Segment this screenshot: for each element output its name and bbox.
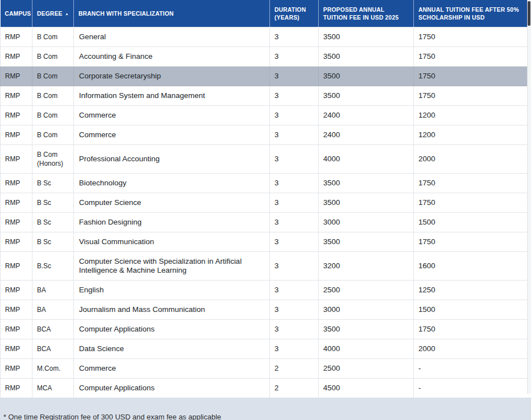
table-row[interactable]: RMPB ScComputer Science335001750	[1, 193, 531, 212]
table-cell: 1750	[414, 27, 531, 46]
table-cell: Journalism and Mass Communication	[74, 300, 270, 319]
table-row[interactable]: RMPB ScFashion Designing330001500	[1, 212, 531, 232]
scrollbar-thumb[interactable]	[528, 1, 530, 26]
table-cell: 3500	[319, 46, 414, 66]
table-cell: Computer Applications	[74, 378, 270, 398]
table-cell: 4500	[319, 378, 414, 398]
column-header-scholarship-fee[interactable]: ANNUAL TUITION FEE AFTER 50% SCHOLARSHIP…	[414, 0, 531, 27]
table-row[interactable]: RMPB.ScComputer Science with Specializat…	[1, 251, 531, 280]
table-cell: 1200	[414, 105, 531, 125]
column-header-proposed-fee[interactable]: PROPOSED ANNUAL TUITION FEE IN USD 2025	[319, 0, 414, 27]
table-cell: BA	[32, 300, 74, 319]
table-row[interactable]: RMPBAEnglish325001250	[1, 280, 531, 300]
table-cell: 2400	[319, 105, 414, 125]
table-row[interactable]: RMPB ComCorporate Secretaryship335001750	[1, 66, 531, 86]
table-cell: RMP	[1, 212, 32, 232]
table-cell: 1250	[414, 280, 531, 300]
table-row[interactable]: RMPM.Com.Commerce22500-	[1, 358, 531, 378]
table-cell: -	[414, 378, 531, 398]
table-cell: Commerce	[74, 358, 270, 378]
table-row[interactable]: RMPB ComGeneral335001750	[1, 27, 531, 46]
table-cell: 2400	[319, 125, 414, 144]
table-row[interactable]: RMPB ScBiotechnology335001750	[1, 173, 531, 193]
table-cell: 3500	[319, 193, 414, 212]
column-header-degree[interactable]: ▲ DEGREE	[32, 0, 74, 27]
table-cell: Professional Accounting	[74, 144, 270, 173]
table-cell: B Com	[32, 105, 74, 125]
table-row[interactable]: RMPBAJournalism and Mass Communication33…	[1, 300, 531, 319]
table-row[interactable]: RMPB ScVisual Communication335001750	[1, 232, 531, 251]
table-row[interactable]: RMPB ComCommerce324001200	[1, 105, 531, 125]
table-header: CAMPUS ▲ DEGREE BRANCH WITH SPECIALIZATI…	[1, 0, 531, 27]
registration-fee-footnote: * One time Registration fee of 300 USD a…	[3, 413, 531, 420]
table-cell: B Com (Honors)	[32, 144, 74, 173]
table-cell: RMP	[1, 66, 32, 86]
table-cell: 1750	[414, 193, 531, 212]
column-header-branch[interactable]: BRANCH WITH SPECIALIZATION	[74, 0, 270, 27]
fees-table-container: CAMPUS ▲ DEGREE BRANCH WITH SPECIALIZATI…	[0, 0, 531, 398]
table-cell: 1600	[414, 251, 531, 280]
table-cell: RMP	[1, 125, 32, 144]
table-body: RMPB ComGeneral335001750RMPB ComAccounti…	[1, 27, 531, 398]
table-cell: 3	[270, 319, 319, 339]
table-cell: RMP	[1, 378, 32, 398]
table-cell: 1500	[414, 300, 531, 319]
table-cell: RMP	[1, 319, 32, 339]
table-cell: 1750	[414, 86, 531, 105]
table-cell: 3	[270, 125, 319, 144]
table-cell: Accounting & Finance	[74, 46, 270, 66]
table-row[interactable]: RMPB ComCommerce324001200	[1, 125, 531, 144]
table-cell: 3500	[319, 66, 414, 86]
table-cell: 3	[270, 280, 319, 300]
table-row[interactable]: RMPBCAComputer Applications335001750	[1, 319, 531, 339]
table-cell: B Sc	[32, 193, 74, 212]
table-cell: 3	[270, 339, 319, 358]
table-row[interactable]: RMPB ComInformation System and Managemen…	[1, 86, 531, 105]
table-cell: 1750	[414, 173, 531, 193]
table-cell: B.Sc	[32, 251, 74, 280]
table-cell: Visual Communication	[74, 232, 270, 251]
table-cell: 2000	[414, 339, 531, 358]
column-header-label: DEGREE	[37, 10, 63, 17]
vertical-scrollbar[interactable]	[527, 0, 531, 394]
table-cell: 1750	[414, 232, 531, 251]
table-cell: 3	[270, 66, 319, 86]
column-header-campus[interactable]: CAMPUS	[1, 0, 32, 27]
table-cell: 3500	[319, 27, 414, 46]
column-header-duration[interactable]: DURATION (YEARS)	[270, 0, 319, 27]
table-cell: M.Com.	[32, 358, 74, 378]
table-cell: RMP	[1, 232, 32, 251]
table-row[interactable]: RMPMCAComputer Applications24500-	[1, 378, 531, 398]
table-cell: 3	[270, 27, 319, 46]
table-cell: B Com	[32, 27, 74, 46]
table-cell: BCA	[32, 339, 74, 358]
table-cell: 3500	[319, 86, 414, 105]
table-cell: RMP	[1, 173, 32, 193]
table-cell: B Com	[32, 125, 74, 144]
table-cell: Fashion Designing	[74, 212, 270, 232]
table-cell: B Sc	[32, 232, 74, 251]
table-cell: General	[74, 27, 270, 46]
table-row[interactable]: RMPB ComAccounting & Finance335001750	[1, 46, 531, 66]
table-cell: Commerce	[74, 125, 270, 144]
table-cell: RMP	[1, 358, 32, 378]
table-cell: 4000	[319, 144, 414, 173]
table-row[interactable]: RMPBCAData Science340002000	[1, 339, 531, 358]
table-cell: Corporate Secretaryship	[74, 66, 270, 86]
table-cell: 2000	[414, 144, 531, 173]
table-cell: BA	[32, 280, 74, 300]
table-cell: RMP	[1, 86, 32, 105]
table-cell: MCA	[32, 378, 74, 398]
table-row[interactable]: RMPB Com (Honors)Professional Accounting…	[1, 144, 531, 173]
table-cell: 2	[270, 358, 319, 378]
table-cell: 3200	[319, 251, 414, 280]
table-cell: 4000	[319, 339, 414, 358]
table-cell: Data Science	[74, 339, 270, 358]
table-cell: 2	[270, 378, 319, 398]
table-cell: 2500	[319, 358, 414, 378]
table-cell: 1750	[414, 319, 531, 339]
header-row: CAMPUS ▲ DEGREE BRANCH WITH SPECIALIZATI…	[1, 0, 531, 27]
table-cell: 3	[270, 251, 319, 280]
table-cell: 3	[270, 232, 319, 251]
table-cell: BCA	[32, 319, 74, 339]
